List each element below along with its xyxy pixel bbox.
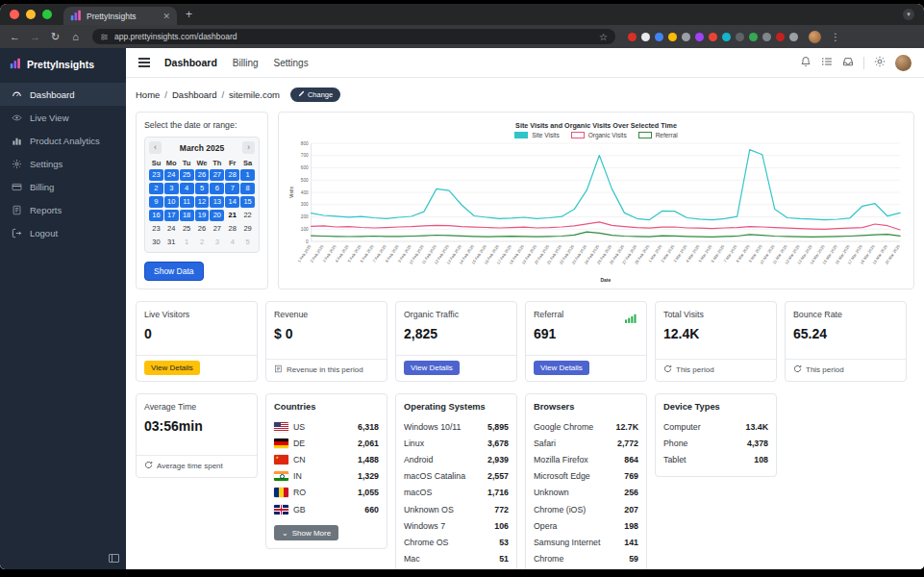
change-site-button[interactable]: Change — [290, 88, 340, 102]
calendar-day[interactable]: 31 — [164, 237, 179, 248]
extension-icon[interactable] — [682, 33, 690, 41]
calendar-day[interactable]: 24 — [164, 169, 179, 181]
topnav-link-settings[interactable]: Settings — [274, 58, 309, 68]
minimize-window-button[interactable] — [26, 10, 36, 19]
calendar-day[interactable]: 17 — [164, 210, 179, 221]
browser-tab[interactable]: PrettyInsights ✕ — [63, 7, 177, 25]
calendar-day[interactable]: 19 — [195, 210, 210, 221]
breadcrumb-home[interactable]: Home — [136, 89, 160, 100]
calendar-day[interactable]: 3 — [210, 237, 224, 248]
calendar-day[interactable]: 23 — [149, 169, 163, 181]
bookmark-star-icon[interactable]: ☆ — [599, 32, 608, 42]
calendar-day[interactable]: 24 — [164, 223, 179, 235]
calendar-day[interactable]: 26 — [195, 169, 210, 181]
extension-icon[interactable] — [668, 33, 677, 41]
theme-toggle-icon[interactable] — [874, 54, 886, 71]
view-details-button[interactable]: View Details — [534, 361, 589, 375]
topnav-link-dashboard[interactable]: Dashboard — [164, 57, 217, 68]
extension-icon[interactable] — [709, 33, 717, 41]
sidebar-item-product-analytics[interactable]: Product Analytics — [0, 129, 126, 152]
address-bar[interactable]: app.prettyinsights.com/dashboard ☆ — [92, 29, 615, 44]
view-details-button[interactable]: View Details — [404, 361, 460, 375]
site-settings-icon[interactable] — [100, 28, 109, 45]
calendar-day[interactable]: 6 — [210, 183, 224, 194]
sidebar-item-logout[interactable]: Logout — [0, 221, 126, 244]
sidebar-item-dashboard[interactable]: Dashboard — [0, 83, 126, 106]
extension-icon[interactable] — [655, 33, 663, 41]
calendar-day[interactable]: 21 — [225, 210, 239, 221]
topnav-link-billing[interactable]: Billing — [233, 58, 259, 68]
brand[interactable]: PrettyInsights — [0, 48, 126, 83]
menu-icon[interactable] — [138, 56, 150, 69]
view-details-button[interactable]: View Details — [144, 361, 200, 375]
calendar-day[interactable]: 5 — [195, 183, 210, 194]
collapse-sidebar-icon[interactable] — [109, 554, 119, 563]
tasks-icon[interactable] — [821, 54, 833, 71]
calendar-prev-button[interactable]: ‹ — [149, 141, 162, 154]
browser-profile-avatar[interactable] — [809, 31, 821, 43]
extension-icon[interactable] — [628, 33, 637, 41]
extension-icon[interactable] — [762, 33, 771, 41]
calendar-day[interactable]: 18 — [180, 210, 194, 221]
calendar-day[interactable]: 2 — [195, 237, 210, 248]
calendar-day[interactable]: 9 — [149, 196, 163, 208]
extension-icon[interactable] — [749, 33, 758, 41]
calendar-day[interactable]: 4 — [180, 183, 194, 194]
calendar-day[interactable]: 11 — [180, 196, 194, 208]
tab-close-icon[interactable]: ✕ — [162, 12, 170, 21]
new-tab-button[interactable]: + — [186, 6, 192, 24]
calendar-day[interactable]: 3 — [164, 183, 179, 194]
extension-icon[interactable] — [736, 33, 744, 41]
legend-item-site-visits[interactable]: Site Visits — [514, 132, 559, 138]
calendar-day[interactable]: 28 — [225, 169, 239, 181]
legend-item-organic-visits[interactable]: Organic Visits — [571, 132, 627, 138]
calendar-day[interactable]: 13 — [210, 196, 224, 208]
home-button[interactable]: ⌂ — [69, 31, 82, 42]
show-more-button[interactable]: ⌄ Show More — [274, 525, 338, 540]
calendar-day[interactable]: 2 — [149, 183, 163, 194]
calendar-day[interactable]: 27 — [210, 169, 224, 181]
tab-search-icon[interactable]: ▾ — [903, 9, 914, 20]
calendar-day[interactable]: 5 — [240, 237, 255, 248]
zoom-window-button[interactable] — [42, 10, 52, 19]
back-button[interactable]: ← — [9, 31, 21, 42]
calendar-day[interactable]: 1 — [240, 169, 255, 181]
calendar-day[interactable]: 29 — [240, 223, 255, 235]
notifications-icon[interactable] — [800, 54, 812, 71]
calendar-day[interactable]: 23 — [149, 223, 163, 235]
breadcrumb-site[interactable]: sitemile.com — [229, 89, 280, 100]
calendar-day[interactable]: 12 — [195, 196, 210, 208]
calendar-day[interactable]: 7 — [225, 183, 239, 194]
calendar-day[interactable]: 22 — [240, 210, 255, 221]
calendar-day[interactable]: 1 — [180, 237, 194, 248]
calendar-day[interactable]: 28 — [225, 223, 239, 235]
sidebar-item-billing[interactable]: Billing — [0, 175, 126, 198]
sidebar-item-live-view[interactable]: Live View — [0, 106, 126, 129]
breadcrumb-dashboard[interactable]: Dashboard — [172, 89, 216, 100]
extension-icon[interactable] — [789, 33, 798, 41]
browser-menu-icon[interactable]: ⋮ — [831, 32, 840, 42]
extension-icon[interactable] — [641, 33, 650, 41]
calendar-day[interactable]: 20 — [210, 210, 224, 221]
calendar-day[interactable]: 4 — [225, 237, 239, 248]
calendar-day[interactable]: 16 — [149, 210, 163, 221]
calendar-day[interactable]: 25 — [180, 169, 194, 181]
calendar-day[interactable]: 30 — [149, 237, 163, 248]
sidebar-item-reports[interactable]: Reports — [0, 198, 126, 221]
extension-icon[interactable] — [695, 33, 704, 41]
calendar-next-button[interactable]: › — [242, 141, 255, 154]
calendar-day[interactable]: 8 — [240, 183, 255, 194]
calendar-day[interactable]: 27 — [210, 223, 224, 235]
inbox-icon[interactable] — [842, 54, 854, 71]
show-data-button[interactable]: Show Data — [144, 262, 204, 281]
sidebar-item-settings[interactable]: Settings — [0, 152, 126, 175]
forward-button[interactable]: → — [29, 31, 41, 42]
url-text[interactable]: app.prettyinsights.com/dashboard — [114, 32, 593, 41]
calendar-day[interactable]: 10 — [164, 196, 179, 208]
legend-item-referral[interactable]: Referral — [638, 132, 678, 138]
extension-icon[interactable] — [776, 33, 785, 41]
calendar-day[interactable]: 14 — [225, 196, 239, 208]
calendar-day[interactable]: 25 — [180, 223, 194, 235]
calendar-day[interactable]: 26 — [195, 223, 210, 235]
calendar-day[interactable]: 15 — [240, 196, 255, 208]
